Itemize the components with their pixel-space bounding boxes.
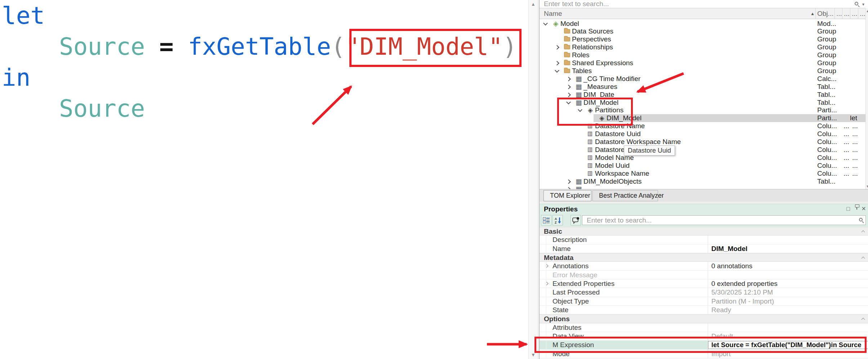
tab-best-practice-analyzer[interactable]: Best Practice Analyzer — [592, 190, 658, 201]
tree-row[interactable]: ◈ModelMod... — [540, 20, 865, 28]
float-window-icon[interactable]: □ — [846, 206, 850, 212]
tree-row[interactable]: TablesGroup — [540, 67, 865, 75]
property-value[interactable]: Default — [708, 332, 868, 340]
tree-row[interactable]: ▦DIM_ModelTabl... — [540, 99, 865, 107]
chevron-right-icon[interactable] — [555, 61, 559, 66]
column-header-4[interactable]: ... — [858, 8, 865, 19]
tree-row[interactable]: ▦_MeasuresTabl... — [540, 83, 865, 91]
tree-scroll-down-icon[interactable]: ▼ — [866, 184, 868, 188]
property-value[interactable]: 0 annotations — [708, 262, 868, 270]
property-row[interactable]: M Expressionlet Source = fxGetTable("DIM… — [540, 341, 868, 349]
property-row[interactable]: Error Message — [540, 271, 868, 279]
pin-icon[interactable] — [856, 207, 857, 210]
column-icon: ▤ — [586, 170, 594, 178]
tree-row[interactable]: Shared ExpressionsGroup — [540, 59, 865, 67]
scroll-up-icon[interactable]: ▲ — [529, 1, 538, 7]
property-row[interactable]: Description — [540, 235, 868, 244]
tab-tom-explorer[interactable]: TOM Explorer — [543, 190, 591, 201]
code-line: Source = fxGetTable("DIM_Model") — [2, 31, 528, 62]
property-row[interactable]: Data ViewDefault — [540, 332, 868, 341]
chevron-right-icon[interactable] — [566, 93, 571, 97]
column-header-3[interactable]: ... — [850, 8, 858, 19]
chevron-down-icon[interactable] — [578, 108, 582, 112]
search-options-chevron-icon[interactable]: ▾ — [862, 2, 864, 7]
property-value[interactable] — [708, 271, 868, 279]
tree-row[interactable]: ▦DIM_ModelObjectsTabl... — [540, 178, 865, 185]
tree-row[interactable]: ▦_CG Time ModifierCalc... — [540, 75, 865, 83]
chevron-right-icon[interactable] — [555, 45, 559, 50]
tree-row[interactable]: PerspectivesGroup — [540, 35, 865, 43]
categorize-button[interactable] — [541, 215, 551, 225]
property-label: Extended Properties — [552, 279, 614, 288]
m-expression-editor[interactable]: let Source = fxGetTable("DIM_Model")in S… — [0, 0, 528, 359]
property-row[interactable]: ModeImport — [540, 350, 868, 358]
chevron-up-icon[interactable] — [862, 230, 865, 234]
property-value[interactable] — [708, 323, 868, 332]
tree-row[interactable]: ▤Model UuidColu......... — [540, 162, 865, 170]
property-row[interactable]: Extended Properties0 extended properties — [540, 279, 868, 288]
tree-row[interactable]: ◈PartitionsParti... — [540, 106, 865, 114]
code-editor-scrollbar[interactable]: ▲ ▼ — [528, 0, 538, 359]
property-value[interactable]: DIM_Model — [708, 244, 868, 253]
property-category-metadata[interactable]: Metadata — [540, 253, 868, 262]
properties-header: Properties □ × — [540, 204, 868, 214]
chevron-right-icon[interactable] — [566, 85, 571, 89]
tree-item-label: Tables — [572, 67, 592, 75]
chevron-down-icon[interactable] — [555, 68, 559, 73]
tree-row[interactable]: ▦DIM_DateTabl... — [540, 91, 865, 99]
column-header-objtype[interactable]: Obj... — [815, 8, 835, 19]
chevron-right-icon[interactable] — [545, 282, 549, 286]
tree-row[interactable]: ▤Model NameColu......... — [540, 154, 865, 162]
chevron-up-icon[interactable] — [862, 318, 865, 322]
column-header-2[interactable]: ... — [842, 8, 850, 19]
close-icon[interactable]: × — [862, 205, 866, 213]
property-value[interactable]: 0 extended properties — [708, 279, 868, 288]
property-row[interactable]: StateReady — [540, 306, 868, 314]
property-row[interactable]: Attributes — [540, 323, 868, 332]
chevron-right-icon[interactable] — [566, 179, 571, 184]
chevron-right-icon[interactable] — [566, 77, 571, 81]
property-value[interactable]: Import — [708, 350, 868, 358]
tree-row[interactable]: ▤Datastore UuidColu......... — [540, 130, 865, 138]
tree-row[interactable]: ▤Datastore WorColu......... — [540, 146, 865, 154]
cell-dots: ... — [844, 138, 849, 146]
tree-scroll-up-icon[interactable]: ▲ — [866, 9, 868, 13]
tree-row[interactable]: ▤Datastore NameColu......... — [540, 122, 865, 130]
column-header-name[interactable]: Name — [544, 8, 562, 19]
column-header-1[interactable]: ... — [835, 8, 842, 19]
scroll-down-icon[interactable]: ▼ — [529, 352, 538, 358]
cell-dots: ... — [844, 122, 849, 130]
property-category-options[interactable]: Options — [540, 314, 868, 323]
sort-alphabetical-button[interactable]: A Z — [552, 215, 563, 225]
tree-row[interactable]: ◈DIM_ModelParti...let — [540, 114, 865, 122]
description-bubble-button[interactable] — [571, 215, 581, 225]
tree-search-input[interactable] — [540, 0, 865, 8]
tree-row[interactable]: ▤Workspace NameColu......... — [540, 170, 865, 178]
property-row[interactable]: Annotations0 annotations — [540, 262, 868, 270]
chevron-down-icon[interactable] — [566, 100, 571, 104]
property-category-basic[interactable]: Basic — [540, 227, 868, 235]
chevron-right-icon[interactable] — [545, 264, 549, 268]
tree-row[interactable]: RelationshipsGroup — [540, 43, 865, 51]
tree-row[interactable]: ▤Datastore Workspace NameColu......... — [540, 138, 865, 146]
property-row[interactable]: Last Processed5/30/2025 12:10 PM — [540, 288, 868, 297]
property-value[interactable] — [708, 235, 868, 244]
chevron-up-icon[interactable] — [862, 257, 865, 260]
object-type-cell: Colu... — [817, 162, 837, 170]
object-type-cell: Tabl... — [817, 91, 836, 99]
property-row[interactable]: Object TypePartition (M - Import) — [540, 297, 868, 306]
chevron-down-icon[interactable] — [543, 21, 548, 26]
tree-row[interactable]: Data SourcesGroup — [540, 27, 865, 35]
tab-label: TOM Explorer — [550, 192, 590, 199]
property-value[interactable]: Ready — [708, 306, 868, 314]
tree-row[interactable]: RolesGroup — [540, 51, 865, 59]
properties-search-input[interactable] — [582, 216, 865, 225]
tree-column-header[interactable]: Name ▲ Obj... ... ... ... ... — [540, 8, 865, 19]
tree-row[interactable]: ▦ — [540, 185, 865, 189]
property-value[interactable]: let Source = fxGetTable("DIM_Model")in S… — [708, 341, 868, 349]
property-value[interactable]: Partition (M - Import) — [708, 297, 868, 305]
tree-scrollbar[interactable]: ▲ ▼ — [865, 8, 868, 189]
property-value[interactable]: 5/30/2025 12:10 PM — [708, 288, 868, 296]
sort-ascending-icon[interactable]: ▲ — [810, 11, 815, 16]
property-row[interactable]: NameDIM_Model — [540, 244, 868, 253]
